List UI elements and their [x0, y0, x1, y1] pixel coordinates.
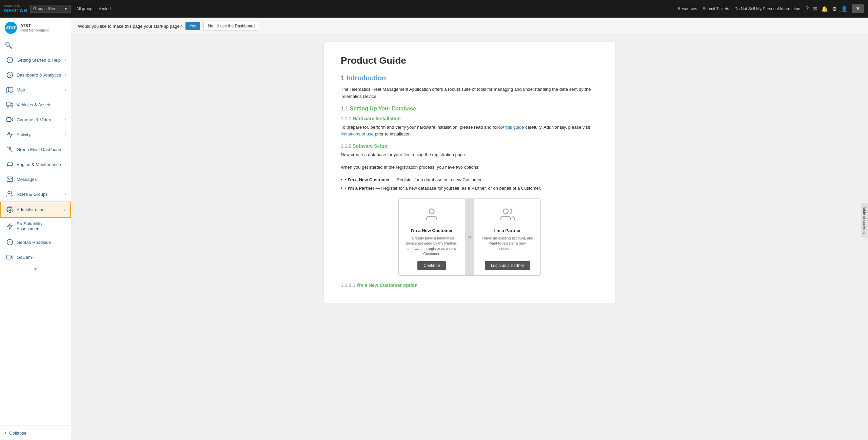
bullet2-rest: — Register for a new database for yourse…: [374, 186, 541, 191]
section-11-text: Setting Up Your Database: [350, 106, 416, 111]
s111-body2: carefully. Additionally, please visit: [524, 125, 590, 130]
partner-desc: I have an existing account, and want to …: [481, 236, 534, 251]
settings-icon[interactable]: ⚙: [832, 6, 837, 12]
section-111-text: Hardware Installation: [353, 116, 401, 121]
section-112-num: 1.1.2: [341, 143, 351, 149]
roadside-icon: [6, 238, 14, 246]
sidebar-item-label-messages: Messages: [17, 177, 66, 182]
search-area[interactable]: 🔍: [0, 38, 71, 53]
top-bar: Powered by GEOTAB Groups filter ▼ All gr…: [0, 0, 868, 18]
this-guide-link[interactable]: this guide: [505, 125, 524, 130]
sidebar-item-vehicles[interactable]: Vehicles & Assets: [0, 97, 71, 112]
engine-icon: [6, 160, 14, 168]
map-icon: [6, 86, 14, 94]
submit-tickets-link[interactable]: Submit Tickets: [703, 6, 729, 11]
startup-question: Would you like to make this page your st…: [78, 24, 182, 29]
toc-label: Table of contents: [863, 206, 867, 234]
section-1-heading: 1 Introduction: [341, 74, 598, 82]
continue-button[interactable]: Continue: [417, 261, 446, 270]
sidebar-item-green-fleet[interactable]: Green Fleet Dashboard: [0, 142, 71, 157]
sidebar-item-label-cameras: Cameras & Video: [17, 117, 65, 122]
bullet2-bold: I'm a Partner: [348, 186, 374, 191]
top-bar-icons: ? ✉ 🔔 ⚙ 👤 ▼: [806, 4, 864, 13]
sidebar-item-label-ev: EV Suitability Assessment: [17, 221, 66, 231]
bell-icon[interactable]: 🔔: [821, 6, 828, 12]
new-customer-card: I'm a New Customer I already have a tele…: [399, 199, 465, 276]
help-icon[interactable]: ?: [806, 6, 809, 12]
dashboard-icon: [6, 71, 14, 79]
bullet1-bold: I'm a New Customer: [348, 177, 390, 182]
s111-body3: prior to installation.: [374, 131, 412, 137]
svg-point-18: [503, 209, 508, 214]
sidebar: AT&T AT&T Fleet Management 🔍 Getting Sta…: [0, 18, 71, 440]
top-bar-left: Powered by GEOTAB Groups filter ▼ All gr…: [4, 4, 111, 13]
activity-icon: [6, 130, 14, 139]
gocam-icon: [6, 253, 14, 261]
user-icon[interactable]: 👤: [841, 6, 848, 12]
sidebar-item-dashboard[interactable]: Dashboard & Analytics ›: [0, 67, 71, 82]
svg-point-7: [7, 106, 9, 107]
toc-tab[interactable]: Table of contents: [861, 203, 868, 237]
groups-filter-button[interactable]: Groups filter ▼: [30, 5, 71, 13]
green-fleet-icon: [6, 145, 14, 153]
cameras-arrow-icon: ›: [65, 117, 66, 122]
sidebar-item-label-map: Map: [17, 87, 65, 92]
brand-name: GEOTAB: [4, 7, 27, 13]
mail-icon[interactable]: ✉: [813, 6, 817, 12]
map-arrow-icon: ›: [65, 87, 66, 92]
rules-icon: [6, 190, 14, 198]
svg-marker-6: [11, 104, 13, 106]
partner-icon: [500, 207, 515, 225]
search-icon[interactable]: 🔍: [5, 42, 12, 49]
partner-title: I'm a Partner: [494, 228, 521, 233]
main-layout: AT&T AT&T Fleet Management 🔍 Getting Sta…: [0, 18, 868, 440]
doc-container: Product Guide 1 Introduction The Telemat…: [324, 42, 615, 303]
sidebar-scroll-down[interactable]: ▾: [0, 265, 71, 274]
getting-started-icon: [6, 56, 14, 64]
content-area: Would you like to make this page your st…: [71, 18, 868, 440]
yes-button[interactable]: Yes: [185, 22, 200, 30]
cameras-icon: [6, 116, 14, 124]
section-1-body: The Telematics Fleet Management Applicat…: [341, 86, 598, 100]
sidebar-item-cameras[interactable]: Cameras & Video ›: [0, 112, 71, 127]
login-as-partner-button[interactable]: Login as a Partner: [485, 261, 530, 270]
sidebar-logo: AT&T AT&T Fleet Management: [0, 18, 71, 38]
resources-link[interactable]: Resources: [678, 6, 697, 11]
att-name: AT&T: [20, 23, 48, 29]
svg-marker-2: [7, 87, 13, 93]
section-1121-heading: 1.1.2.1 I'm a New Customer option: [341, 282, 598, 288]
limitations-link[interactable]: limitations of use: [341, 131, 374, 137]
collapse-button[interactable]: ‹ Collapse: [0, 425, 71, 440]
sidebar-item-geotab-roadside[interactable]: Geotab Roadside: [0, 235, 71, 250]
do-not-sell-link[interactable]: Do Not Sell My Personal Information: [734, 6, 800, 11]
powered-by-text: Powered by: [4, 4, 20, 7]
card-or: or: [465, 199, 474, 276]
sidebar-item-ev-suitability[interactable]: EV Suitability Assessment: [0, 218, 71, 235]
section-1121-num: 1.1.2.1: [341, 282, 355, 288]
sidebar-item-engine[interactable]: Engine & Maintenance ›: [0, 157, 71, 172]
sidebar-item-administration[interactable]: Administration ›: [0, 202, 71, 218]
svg-rect-9: [7, 118, 11, 122]
sidebar-item-gocam[interactable]: GoCam+: [0, 250, 71, 265]
sidebar-item-rules[interactable]: Rules & Groups ›: [0, 187, 71, 202]
svg-point-17: [429, 209, 434, 214]
no-dashboard-button[interactable]: No, I'll use the Dashboard: [203, 22, 259, 30]
sidebar-item-label-dashboard: Dashboard & Analytics: [17, 72, 65, 78]
all-groups-label: All groups selected: [76, 6, 111, 11]
section-112-body1: Now create a database for your fleet usi…: [341, 151, 598, 159]
sidebar-item-map[interactable]: Map ›: [0, 82, 71, 97]
administration-arrow-icon: ›: [64, 207, 65, 212]
sidebar-item-getting-started[interactable]: Getting Started & Help ›: [0, 53, 71, 67]
svg-rect-10: [7, 163, 13, 166]
section-11-num: 1.1: [341, 106, 348, 111]
startup-bar: Would you like to make this page your st…: [71, 18, 868, 35]
ev-suitability-icon: [6, 222, 14, 230]
sidebar-item-activity[interactable]: Activity ›: [0, 127, 71, 142]
att-logo-icon: AT&T: [5, 22, 17, 34]
customer-partner-cards: I'm a New Customer I already have a tele…: [398, 198, 541, 276]
user-menu-button[interactable]: ▼: [852, 4, 864, 13]
sidebar-item-messages[interactable]: Messages: [0, 172, 71, 187]
new-customer-desc: I already have a telematics device provi…: [406, 236, 458, 257]
att-sub: Fleet Management: [20, 28, 48, 32]
sidebar-item-label-rules: Rules & Groups: [17, 192, 65, 197]
